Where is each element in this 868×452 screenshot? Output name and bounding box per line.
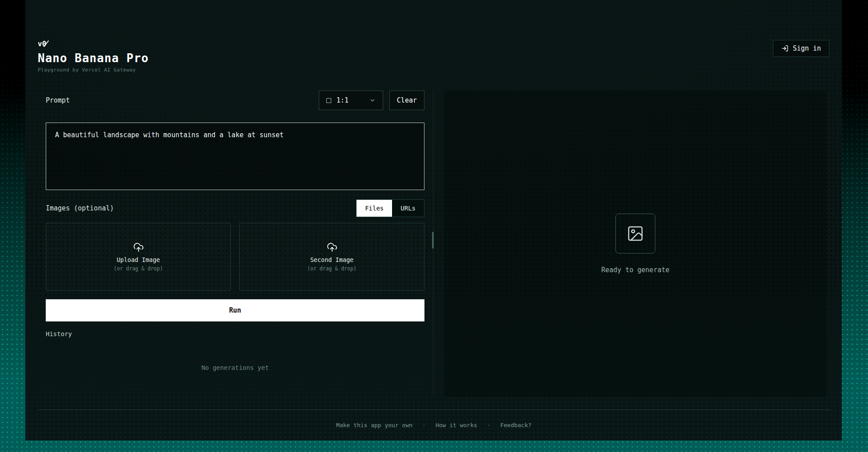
tab-files[interactable]: Files bbox=[357, 200, 392, 217]
footer-separator: · bbox=[487, 422, 491, 428]
prompt-label: Prompt bbox=[46, 96, 70, 104]
aspect-ratio-value: 1:1 bbox=[337, 96, 349, 104]
controls-column: Prompt 1:1 Clear A beautiful landscape w… bbox=[46, 91, 424, 397]
output-status-text: Ready to generate bbox=[601, 266, 670, 274]
aspect-ratio-select[interactable]: 1:1 bbox=[319, 91, 383, 110]
background-frame-bottom bbox=[0, 440, 868, 452]
tab-urls[interactable]: URLs bbox=[392, 200, 424, 217]
upload-row: Upload Image (or drag & drop) Second Ima… bbox=[46, 223, 424, 291]
chevron-down-icon bbox=[369, 97, 376, 103]
image-placeholder-icon bbox=[626, 225, 644, 242]
column-scrollbar bbox=[432, 91, 435, 397]
v0-logo-icon: v0 bbox=[38, 40, 51, 48]
brand-block: v0 Nano Banana Pro Playground by Vercel … bbox=[38, 40, 149, 73]
aspect-square-icon bbox=[326, 98, 331, 103]
sign-in-label: Sign in bbox=[793, 44, 821, 52]
background-frame-left bbox=[0, 0, 25, 440]
app-page: v0 Nano Banana Pro Playground by Vercel … bbox=[25, 0, 842, 440]
clear-button[interactable]: Clear bbox=[389, 91, 424, 110]
second-image-label: Second Image bbox=[310, 256, 354, 263]
footer-link-make-your-own[interactable]: Make this app your own bbox=[336, 422, 412, 428]
page-title: Nano Banana Pro bbox=[38, 52, 149, 65]
app-header: v0 Nano Banana Pro Playground by Vercel … bbox=[25, 0, 842, 73]
prompt-input[interactable]: A beautiful landscape with mountains and… bbox=[46, 123, 424, 190]
output-panel: Ready to generate bbox=[444, 91, 827, 397]
v0-logo-text: v0 bbox=[38, 40, 46, 48]
footer-link-how-it-works[interactable]: How it works bbox=[436, 422, 477, 428]
upload-image-dropzone[interactable]: Upload Image (or drag & drop) bbox=[46, 223, 231, 291]
footer-separator: · bbox=[422, 422, 426, 428]
footer-link-feedback[interactable]: Feedback? bbox=[500, 422, 531, 428]
second-image-hint: (or drag & drop) bbox=[307, 266, 357, 272]
upload-image-hint: (or drag & drop) bbox=[114, 266, 163, 272]
second-image-dropzone[interactable]: Second Image (or drag & drop) bbox=[239, 223, 424, 291]
cloud-upload-icon bbox=[327, 242, 337, 253]
app-footer: Make this app your own · How it works · … bbox=[38, 409, 830, 440]
scrollbar-thumb[interactable] bbox=[432, 232, 434, 249]
run-button[interactable]: Run bbox=[46, 299, 424, 321]
prompt-toolbar: Prompt 1:1 Clear bbox=[46, 91, 424, 110]
page-subtitle: Playground by Vercel AI Gateway bbox=[38, 67, 149, 73]
images-label: Images (optional) bbox=[46, 204, 114, 212]
login-icon bbox=[781, 45, 789, 52]
main-area: Prompt 1:1 Clear A beautiful landscape w… bbox=[25, 91, 842, 397]
images-toolbar: Images (optional) Files URLs bbox=[46, 199, 424, 217]
upload-image-label: Upload Image bbox=[117, 256, 160, 263]
cloud-upload-icon bbox=[133, 242, 144, 253]
history-heading: History bbox=[46, 330, 424, 337]
background-frame-right bbox=[842, 0, 868, 440]
image-source-toggle: Files URLs bbox=[356, 199, 424, 217]
image-placeholder-frame bbox=[615, 214, 655, 254]
history-empty-state: No generations yet bbox=[46, 364, 424, 371]
sign-in-button[interactable]: Sign in bbox=[773, 40, 829, 57]
